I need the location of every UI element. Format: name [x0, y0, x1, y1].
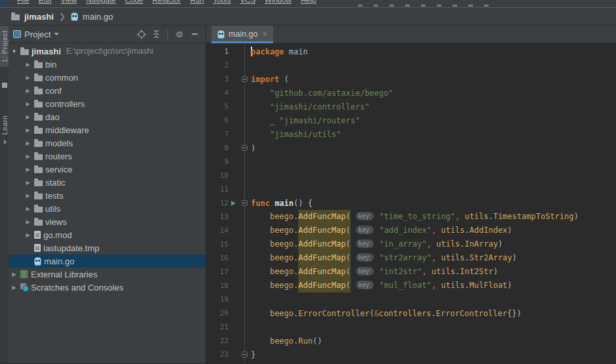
code-line-17[interactable]: 17 beego.AddFuncMap( key: "int2str", uti…	[206, 265, 616, 279]
tree-row-dao[interactable]: ▶dao	[9, 110, 206, 123]
param-hint-pill: key:	[356, 212, 374, 220]
tree-row-routers[interactable]: ▶routers	[9, 150, 206, 163]
menu-view[interactable]: View	[56, 0, 81, 7]
menu-vcs[interactable]: VCS	[235, 0, 260, 7]
menu-edit[interactable]: Edit	[34, 0, 56, 7]
code-line-16[interactable]: 16 beego.AddFuncMap( key: "str2array", u…	[206, 251, 616, 265]
code-line-14[interactable]: 14 beego.AddFuncMap( key: "add_index", u…	[206, 224, 616, 237]
menu-refactor[interactable]: Refactor	[148, 0, 185, 7]
menu-help[interactable]: Help	[296, 0, 321, 7]
folder-icon	[20, 49, 29, 55]
code-token: InArray	[465, 239, 498, 249]
tree-collapsed-icon[interactable]: ▶	[24, 206, 32, 212]
fold-start-icon[interactable]	[242, 76, 248, 82]
code-line-2[interactable]: 2	[206, 58, 616, 72]
fold-end-icon[interactable]	[242, 352, 248, 357]
code-line-11[interactable]: 11	[206, 182, 616, 196]
run-arrow-icon[interactable]	[231, 201, 236, 206]
tree-row-bin[interactable]: ▶bin	[9, 58, 206, 71]
tree-row-main-go[interactable]: main.go	[9, 254, 206, 268]
tree-row-conf[interactable]: ▶conf	[9, 84, 206, 97]
tree-collapsed-icon[interactable]: ▶	[24, 140, 32, 146]
locate-icon[interactable]	[135, 28, 147, 40]
project-panel: Project ⚙ ▼jimashiE:\project\go\src\jima…	[9, 26, 206, 363]
tree-row-lastupdate-tmp[interactable]: lastupdate.tmp	[9, 241, 206, 254]
menu-navigate[interactable]: Navigate	[81, 0, 120, 7]
tree-row-static[interactable]: ▶static	[9, 176, 206, 189]
menu-run[interactable]: Run	[185, 0, 208, 7]
tree-row-jimashi[interactable]: ▼jimashiE:\project\go\src\jimashi	[9, 45, 206, 58]
code-line-22[interactable]: 22 beego.Run()	[206, 334, 616, 348]
tab-close-icon[interactable]: ×	[262, 30, 267, 39]
code-line-7[interactable]: 7 "jimashi/utils"	[206, 127, 616, 141]
tree-collapsed-icon[interactable]: ▶	[11, 285, 18, 291]
tree-collapsed-icon[interactable]: ▶	[24, 88, 32, 94]
tree-collapsed-icon[interactable]: ▶	[24, 219, 32, 225]
tree-row-views[interactable]: ▶views	[9, 215, 206, 228]
tree-row-tests[interactable]: ▶tests	[9, 189, 206, 202]
tree-collapsed-icon[interactable]: ▶	[24, 193, 32, 199]
code-line-4[interactable]: 4 "github.com/astaxie/beego"	[206, 86, 616, 100]
tree-collapsed-icon[interactable]: ▶	[11, 272, 18, 277]
hide-panel-icon[interactable]	[188, 28, 200, 40]
code-line-1[interactable]: 1package main	[206, 45, 616, 58]
code-line-19[interactable]: 19	[206, 293, 616, 306]
code-line-6[interactable]: 6 _ "jimashi/routers"	[206, 113, 616, 127]
code-editor[interactable]: 1package main23import (4 "github.com/ast…	[206, 43, 616, 363]
tree-collapsed-icon[interactable]: ▶	[24, 127, 32, 133]
tab-main-go[interactable]: main.go ×	[211, 26, 273, 43]
tree-row-service[interactable]: ▶service	[9, 163, 206, 176]
code-line-8[interactable]: 8)	[206, 141, 616, 155]
tree-row-controllers[interactable]: ▶controllers	[9, 97, 206, 110]
collapse-all-icon[interactable]	[150, 28, 162, 40]
tree-row-external-libraries[interactable]: ▶External Libraries	[9, 268, 206, 281]
tree-row-models[interactable]: ▶models	[9, 136, 206, 150]
tree-collapsed-icon[interactable]: ▶	[24, 75, 32, 81]
tree-row-utils[interactable]: ▶utils	[9, 202, 206, 215]
tree-collapsed-icon[interactable]: ▶	[24, 167, 32, 172]
code-line-23[interactable]: 23}	[206, 348, 616, 361]
settings-gear-icon[interactable]: ⚙	[173, 28, 185, 40]
tree-row-go-mod[interactable]: ▶go.mod	[9, 228, 206, 241]
stripe-learn-button[interactable]: Learn	[1, 115, 9, 143]
stripe-project-button[interactable]: 1: Project	[0, 26, 9, 67]
stripe-square-icon[interactable]	[2, 83, 7, 88]
tree-row-middleware[interactable]: ▶middleware	[9, 123, 206, 136]
tree-collapsed-icon[interactable]: ▶	[24, 232, 32, 238]
tree-collapsed-icon[interactable]: ▶	[24, 180, 32, 186]
chevron-down-icon[interactable]	[54, 33, 59, 38]
menu-tools[interactable]: Tools	[209, 0, 236, 7]
menu-code[interactable]: Code	[120, 0, 148, 7]
menu-file[interactable]: File	[12, 0, 34, 7]
code-line-18[interactable]: 18 beego.AddFuncMap( key: "mul_float", u…	[206, 279, 616, 293]
tree-collapsed-icon[interactable]: ▶	[24, 114, 32, 120]
app-window-icon[interactable]	[1, 1, 7, 7]
tree-collapsed-icon[interactable]: ▶	[24, 101, 32, 107]
code-line-21[interactable]: 21	[206, 320, 616, 334]
code-line-20[interactable]: 20 beego.ErrorController(&controllers.Er…	[206, 306, 616, 320]
code-token: ()	[313, 336, 322, 346]
code-line-9[interactable]: 9	[206, 155, 616, 169]
tree-row-scratches-and-consoles[interactable]: ▶Scratches and Consoles	[9, 281, 206, 294]
code-token: AddIndex	[470, 226, 508, 235]
breadcrumb-project[interactable]: jimashi	[24, 12, 54, 22]
tree-label: routers	[45, 152, 72, 161]
code-line-10[interactable]: 10	[206, 169, 616, 182]
code-line-12[interactable]: 12func main() {	[206, 196, 616, 210]
fold-end-icon[interactable]	[242, 145, 248, 151]
run-main-gutter[interactable]	[229, 201, 238, 206]
tree-collapsed-icon[interactable]: ▶	[24, 153, 32, 159]
project-panel-title[interactable]: Project	[24, 30, 51, 39]
toolbar-icons-cropped[interactable]	[358, 5, 493, 7]
breadcrumb-file[interactable]: main.go	[83, 12, 113, 22]
code-line-5[interactable]: 5 "jimashi/controllers"	[206, 100, 616, 113]
tree-row-common[interactable]: ▶common	[9, 71, 206, 84]
gutter-fold-column	[238, 352, 251, 357]
tree-collapsed-icon[interactable]: ▶	[24, 62, 32, 68]
fold-start-icon[interactable]	[242, 200, 248, 206]
tree-expanded-icon[interactable]: ▼	[11, 49, 18, 54]
code-line-15[interactable]: 15 beego.AddFuncMap( key: "in_array", ut…	[206, 237, 616, 251]
menu-window[interactable]: Window	[260, 0, 296, 7]
code-line-13[interactable]: 13 beego.AddFuncMap( key: "time_to_strin…	[206, 210, 616, 224]
code-line-3[interactable]: 3import (	[206, 72, 616, 86]
